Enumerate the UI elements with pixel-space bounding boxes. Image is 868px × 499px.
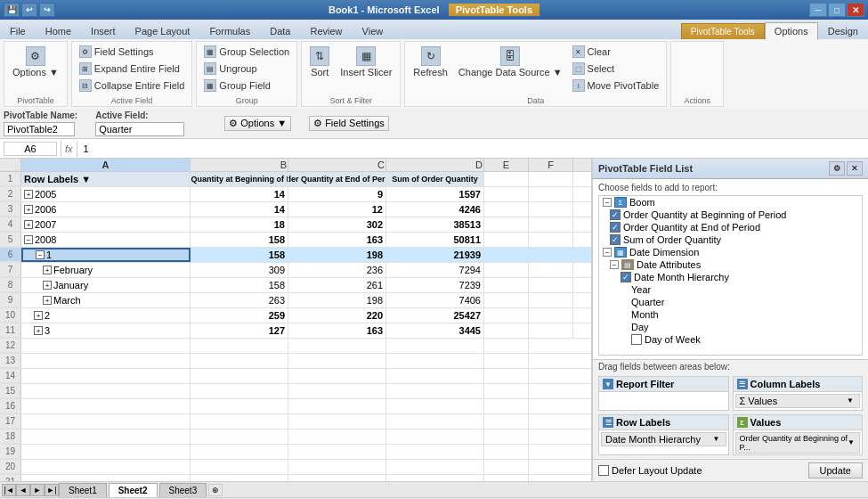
- table-row[interactable]: 11 +3 127 163 3445: [0, 323, 591, 339]
- table-row[interactable]: 4 +2007 18 302 38513: [0, 217, 591, 233]
- field-oqbp[interactable]: ✓ Order Quantity at Beginning of Period: [599, 209, 862, 221]
- date-attr-expand[interactable]: −: [610, 260, 619, 269]
- cell-b5[interactable]: 158: [191, 233, 288, 247]
- sheet-nav-last[interactable]: ►|: [45, 484, 59, 496]
- dow-checkbox[interactable]: [631, 334, 642, 345]
- table-row[interactable]: 9 +March 263 198 7406: [0, 293, 591, 308]
- cell-b9[interactable]: 263: [191, 293, 288, 307]
- move-pivot-btn[interactable]: ↕ Move PivotTable: [569, 78, 663, 94]
- quick-access-save[interactable]: 💾: [4, 3, 20, 17]
- cell-d11[interactable]: 3445: [386, 323, 484, 338]
- field-quarter[interactable]: Quarter: [599, 296, 862, 308]
- sheet-tab-sheet1[interactable]: Sheet1: [59, 483, 107, 497]
- row-date-mh-field[interactable]: Date Month Hierarchy ▼: [601, 432, 726, 446]
- active-field-input[interactable]: [95, 122, 184, 136]
- cell-d5[interactable]: 50811: [386, 233, 484, 247]
- change-data-source-btn[interactable]: 🗄 Change Data Source ▼: [454, 44, 567, 80]
- cell-c11[interactable]: 163: [288, 323, 386, 338]
- cell-c10[interactable]: 220: [288, 308, 386, 323]
- tab-page-layout[interactable]: Page Layout: [126, 21, 200, 39]
- cell-c7[interactable]: 236: [288, 263, 386, 277]
- cell-a11[interactable]: +3: [21, 323, 191, 338]
- expand-q1[interactable]: −: [36, 250, 45, 259]
- cell-a1[interactable]: Row Labels ▼: [21, 172, 191, 186]
- quick-access-redo[interactable]: ↪: [39, 3, 55, 17]
- tab-design[interactable]: Design: [818, 21, 868, 39]
- expand-2006[interactable]: +: [24, 205, 33, 214]
- table-row[interactable]: 6 −1 158 198 21939: [0, 248, 591, 263]
- col-values-field[interactable]: Σ Values ▼: [735, 394, 861, 408]
- field-date-dim[interactable]: − ▦ Date Dimension: [599, 246, 862, 258]
- cell-d1[interactable]: Sum of Order Quantity: [386, 172, 484, 186]
- cell-c6[interactable]: 198: [288, 248, 386, 262]
- group-selection-btn[interactable]: ▦ Group Selection: [200, 44, 293, 60]
- tab-insert[interactable]: Insert: [81, 21, 126, 39]
- expand-q2[interactable]: +: [34, 311, 43, 320]
- cell-b2[interactable]: 14: [191, 187, 288, 201]
- cell-d4[interactable]: 38513: [386, 217, 484, 232]
- date-dim-expand[interactable]: −: [603, 248, 612, 257]
- soq-checkbox[interactable]: ✓: [610, 234, 621, 245]
- field-day-of-week[interactable]: Day of Week: [599, 333, 862, 346]
- sheet-tab-sheet2[interactable]: Sheet2: [109, 483, 158, 497]
- cell-d6[interactable]: 21939: [386, 248, 484, 262]
- expand-field-btn[interactable]: ⊞ Expand Entire Field: [76, 61, 189, 77]
- val-oqbp-field[interactable]: Order Quantity at Beginning of P... ▼: [735, 432, 861, 454]
- field-boom[interactable]: − Σ Boom: [599, 196, 862, 209]
- tab-view[interactable]: View: [353, 21, 393, 39]
- cell-a8[interactable]: +January: [21, 278, 191, 292]
- val-oqbp-dropdown[interactable]: ▼: [848, 438, 856, 447]
- cell-c4[interactable]: 302: [288, 217, 386, 232]
- oqep-checkbox[interactable]: ✓: [610, 222, 621, 233]
- cell-a6[interactable]: −1: [21, 248, 191, 262]
- col-header-e[interactable]: E: [484, 159, 529, 171]
- cell-b1[interactable]: Order Quantity at Beginning of Period: [191, 172, 288, 186]
- table-row[interactable]: 2 +2005 14 9 1597: [0, 187, 591, 202]
- table-row[interactable]: 3 +2006 14 12 4246: [0, 202, 591, 217]
- col-values-dropdown[interactable]: ▼: [847, 397, 856, 405]
- table-row[interactable]: 10 +2 259 220 25427: [0, 308, 591, 323]
- cell-c8[interactable]: 261: [288, 278, 386, 292]
- cell-c1[interactable]: Order Quantity at End of Period: [288, 172, 386, 186]
- sheet-tab-sheet3[interactable]: Sheet3: [159, 483, 207, 497]
- field-soq[interactable]: ✓ Sum of Order Quantity: [599, 233, 862, 246]
- pivot-panel-close-btn[interactable]: ✕: [847, 161, 863, 176]
- drag-area-col-labels[interactable]: ☰ Column Labels Σ Values ▼: [733, 376, 864, 411]
- field-day[interactable]: Day: [599, 321, 862, 333]
- cell-c3[interactable]: 12: [288, 202, 386, 217]
- cell-d7[interactable]: 7294: [386, 263, 484, 277]
- update-btn[interactable]: Update: [808, 462, 863, 479]
- pivot-panel-settings-btn[interactable]: ⚙: [829, 161, 845, 176]
- cell-b10[interactable]: 259: [191, 308, 288, 323]
- tab-file[interactable]: File: [0, 21, 36, 39]
- col-header-a[interactable]: A: [21, 159, 191, 171]
- sheet-nav-prev[interactable]: ◄: [16, 484, 30, 496]
- tab-review[interactable]: Review: [300, 21, 352, 39]
- expand-q3[interactable]: +: [34, 326, 43, 335]
- table-row[interactable]: 8 +January 158 261 7239: [0, 278, 591, 293]
- close-btn[interactable]: ✕: [847, 3, 864, 17]
- minimize-btn[interactable]: ─: [809, 3, 827, 17]
- defer-layout-checkbox[interactable]: Defer Layout Update: [598, 465, 702, 476]
- options-ribbon-btn[interactable]: ⚙ Options ▼: [8, 44, 63, 80]
- cell-ref-input[interactable]: [4, 142, 57, 156]
- drag-area-row-labels[interactable]: ☰ Row Labels Date Month Hierarchy ▼: [598, 414, 729, 455]
- drag-area-report-filter[interactable]: ▼ Report Filter: [598, 376, 729, 411]
- cell-b6[interactable]: 158: [191, 248, 288, 262]
- sheet-nav-next[interactable]: ►: [30, 484, 45, 496]
- tab-data[interactable]: Data: [260, 21, 300, 39]
- field-month[interactable]: Month: [599, 308, 862, 321]
- col-header-f[interactable]: F: [529, 159, 573, 171]
- pivot-name-input[interactable]: [4, 122, 75, 136]
- refresh-btn[interactable]: ↻ Refresh: [409, 44, 452, 80]
- cell-b11[interactable]: 127: [191, 323, 288, 338]
- cell-a7[interactable]: +February: [21, 263, 191, 277]
- cell-c2[interactable]: 9: [288, 187, 386, 201]
- tab-options[interactable]: Options: [765, 22, 818, 40]
- cell-a10[interactable]: +2: [21, 308, 191, 323]
- quick-access-undo[interactable]: ↩: [21, 3, 37, 17]
- insert-slicer-btn[interactable]: ▦ Insert Slicer: [336, 44, 396, 80]
- options-dropdown-btn[interactable]: ⚙ Options ▼: [224, 116, 291, 131]
- cell-c5[interactable]: 163: [288, 233, 386, 247]
- cell-c9[interactable]: 198: [288, 293, 386, 307]
